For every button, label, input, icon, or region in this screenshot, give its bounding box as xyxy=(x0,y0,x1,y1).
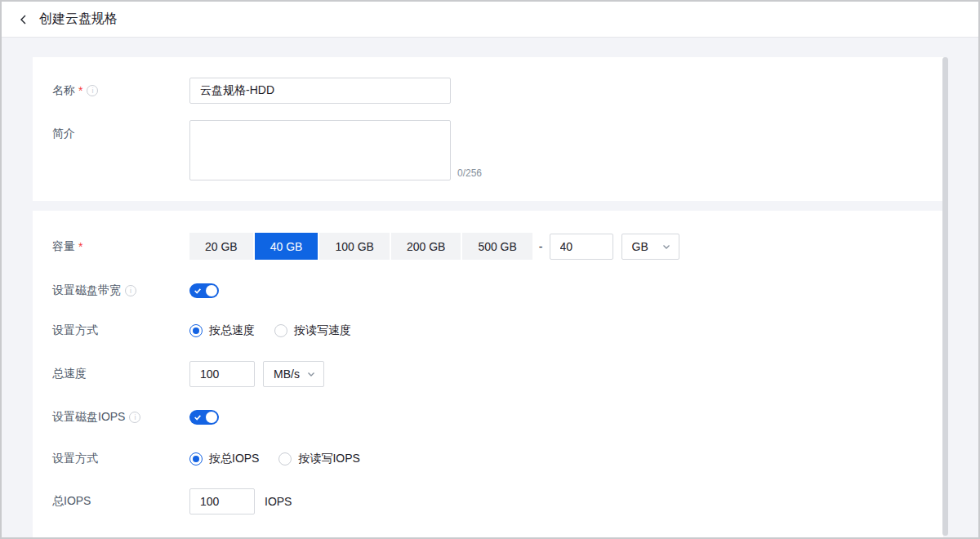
bandwidth-mode-radio-group: 按总速度 按读写速度 xyxy=(189,323,351,338)
capacity-label-group: 容量* xyxy=(52,239,189,254)
chevron-left-icon xyxy=(18,14,29,25)
total-iops-input[interactable] xyxy=(189,488,255,514)
intro-textarea-wrap: 0/256 xyxy=(189,120,482,180)
check-icon xyxy=(194,287,202,295)
total-speed-input[interactable] xyxy=(189,361,255,387)
iops-toggle-row: 设置磁盘IOPS xyxy=(52,409,924,425)
bandwidth-label-group: 设置磁盘带宽 xyxy=(52,283,189,298)
intro-label-group: 简介 xyxy=(52,120,189,141)
iops-mode-radio-group: 按总IOPS 按读写IOPS xyxy=(189,452,360,466)
page-title: 创建云盘规格 xyxy=(39,11,118,28)
capacity-button-group: 20 GB 40 GB 100 GB 200 GB 500 GB xyxy=(189,233,532,260)
capacity-unit-select[interactable]: GB xyxy=(621,234,679,260)
intro-textarea[interactable] xyxy=(189,120,451,180)
toggle-knob xyxy=(206,285,217,296)
radio-unchecked-icon xyxy=(278,452,292,466)
iops-unit-text: IOPS xyxy=(265,495,292,508)
bandwidth-label: 设置磁盘带宽 xyxy=(52,283,121,298)
spec-config-card: 容量* 20 GB 40 GB 100 GB 200 GB 500 GB - G… xyxy=(33,211,943,539)
chevron-down-icon xyxy=(662,242,671,252)
vertical-scrollbar[interactable] xyxy=(942,57,948,536)
info-icon[interactable] xyxy=(125,285,136,296)
capacity-option-100gb[interactable]: 100 GB xyxy=(319,233,389,260)
bandwidth-mode-row: 设置方式 按总速度 按读写速度 xyxy=(52,323,924,339)
capacity-custom-input[interactable] xyxy=(550,234,613,260)
total-iops-row: 总IOPS IOPS xyxy=(52,488,924,514)
radio-option-rw-speed[interactable]: 按读写速度 xyxy=(274,323,351,338)
radio-checked-icon xyxy=(189,324,203,337)
capacity-row: 容量* 20 GB 40 GB 100 GB 200 GB 500 GB - G… xyxy=(52,233,924,260)
iops-toggle-label-group: 设置磁盘IOPS xyxy=(52,410,189,425)
iops-mode-label: 设置方式 xyxy=(52,452,98,466)
capacity-unit-value: GB xyxy=(632,240,648,253)
name-label: 名称 xyxy=(52,83,75,98)
info-icon[interactable] xyxy=(129,412,140,423)
total-iops-label: 总IOPS xyxy=(52,494,91,509)
speed-unit-value: MB/s xyxy=(274,368,300,381)
total-iops-label-group: 总IOPS xyxy=(52,494,189,509)
total-speed-label-group: 总速度 xyxy=(52,367,189,381)
total-speed-row: 总速度 MB/s xyxy=(52,361,924,387)
radio-option-total-iops[interactable]: 按总IOPS xyxy=(189,452,259,466)
info-icon[interactable] xyxy=(87,85,98,96)
name-input[interactable] xyxy=(189,78,451,104)
capacity-option-20gb[interactable]: 20 GB xyxy=(189,233,253,260)
capacity-option-500gb[interactable]: 500 GB xyxy=(462,233,532,260)
speed-unit-select[interactable]: MB/s xyxy=(263,361,324,387)
page-body: 名称* 简介 0/256 容量* xyxy=(2,38,978,537)
iops-mode-row: 设置方式 按总IOPS 按读写IOPS xyxy=(52,451,924,467)
capacity-label: 容量 xyxy=(52,239,75,254)
radio-checked-icon xyxy=(189,452,203,466)
back-button[interactable] xyxy=(18,14,29,25)
iops-toggle[interactable] xyxy=(189,410,219,425)
name-label-group: 名称* xyxy=(52,83,189,98)
required-mark: * xyxy=(78,84,82,97)
intro-row: 简介 0/256 xyxy=(52,120,924,180)
bandwidth-mode-label: 设置方式 xyxy=(52,323,98,338)
create-disk-spec-page: 创建云盘规格 名称* 简介 0/256 xyxy=(0,0,980,539)
basic-info-card: 名称* 简介 0/256 xyxy=(33,57,943,201)
capacity-option-40gb[interactable]: 40 GB xyxy=(255,233,318,260)
chevron-down-icon xyxy=(306,369,316,379)
check-icon xyxy=(194,413,202,421)
bandwidth-toggle-row: 设置磁盘带宽 xyxy=(52,283,924,299)
bandwidth-mode-label-group: 设置方式 xyxy=(52,323,189,338)
capacity-option-200gb[interactable]: 200 GB xyxy=(391,233,461,260)
radio-option-total-speed[interactable]: 按总速度 xyxy=(189,323,255,338)
iops-mode-label-group: 设置方式 xyxy=(52,452,189,466)
bandwidth-toggle[interactable] xyxy=(189,283,219,298)
total-speed-label: 总速度 xyxy=(52,367,87,381)
intro-label: 简介 xyxy=(52,127,75,141)
page-header: 创建云盘规格 xyxy=(2,2,978,38)
required-mark: * xyxy=(78,240,82,253)
toggle-knob xyxy=(206,412,217,423)
iops-toggle-label: 设置磁盘IOPS xyxy=(52,410,125,425)
name-row: 名称* xyxy=(52,78,924,104)
char-counter: 0/256 xyxy=(457,167,482,179)
radio-option-rw-iops[interactable]: 按读写IOPS xyxy=(278,452,359,466)
radio-unchecked-icon xyxy=(274,324,287,337)
range-separator: - xyxy=(539,240,543,253)
